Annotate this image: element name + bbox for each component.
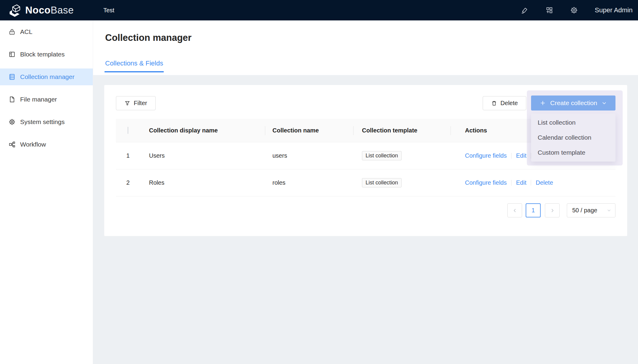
- configure-fields-link[interactable]: Configure fields: [465, 152, 507, 159]
- template-tag: List collection: [362, 151, 402, 160]
- menu-item-list-collection[interactable]: List collection: [531, 115, 615, 130]
- sidebar-item-acl[interactable]: ACL: [0, 23, 93, 40]
- row-index: 2: [116, 179, 140, 186]
- database-icon: [8, 73, 16, 80]
- action-divider: [531, 180, 531, 186]
- layout-icon: [8, 51, 16, 58]
- cell-collection-name: users: [265, 152, 353, 159]
- row-index: 1: [116, 152, 140, 159]
- logo-text-bold: Noco: [25, 5, 51, 16]
- filter-button-label: Filter: [134, 100, 147, 107]
- main-area: Collection manager Collections & Fields …: [93, 20, 638, 364]
- cell-actions: Configure fieldsEditDelete: [451, 179, 615, 186]
- workflow-icon: [8, 141, 16, 148]
- select-all-checkbox[interactable]: [128, 127, 128, 134]
- column-header: Collection display name: [140, 127, 265, 134]
- logo-text: NocoBase: [25, 5, 74, 16]
- chevron-down-icon: [607, 208, 611, 213]
- sidebar-item-file-manager[interactable]: File manager: [0, 91, 93, 108]
- sidebar-item-label: Block templates: [20, 51, 65, 58]
- sidebar-item-label: File manager: [20, 96, 57, 103]
- sidebar-item-collection-manager[interactable]: Collection manager: [0, 68, 93, 85]
- logo-text-light: Base: [51, 5, 74, 16]
- trash-icon: [491, 100, 497, 106]
- highlighter-icon[interactable]: [521, 6, 529, 14]
- plugin-manager-icon[interactable]: [545, 6, 553, 14]
- nav-menu-item-test[interactable]: Test: [103, 7, 114, 14]
- chevron-left-icon: [512, 208, 517, 213]
- plus-icon: [540, 100, 546, 106]
- page-number-1[interactable]: 1: [526, 203, 541, 217]
- header-checkbox-cell: [116, 127, 140, 134]
- column-header: Collection name: [265, 127, 353, 134]
- menu-item-calendar-collection[interactable]: Calendar collection: [531, 130, 615, 145]
- delete-button[interactable]: Delete: [483, 96, 526, 110]
- edit-link[interactable]: Edit: [516, 179, 526, 186]
- tab-collections-and-fields[interactable]: Collections & Fields: [105, 59, 164, 72]
- sidebar-item-label: System settings: [20, 118, 65, 126]
- filter-button[interactable]: Filter: [116, 96, 156, 110]
- navbar-right: Super Admin: [521, 6, 638, 14]
- table-row: 2 Roles roles List collection Configure …: [116, 169, 615, 196]
- nocobase-logo-icon: [8, 4, 22, 17]
- menu-item-custom-template[interactable]: Custom template: [531, 145, 615, 160]
- filter-icon: [124, 100, 130, 106]
- sidebar-item-label: Collection manager: [20, 73, 74, 80]
- create-collection-menu: List collection Calendar collection Cust…: [531, 114, 615, 162]
- file-icon: [8, 96, 16, 103]
- sidebar: ACL Block templates: [0, 20, 93, 364]
- page-size-select[interactable]: 50 / page: [567, 203, 615, 217]
- configure-fields-link[interactable]: Configure fields: [465, 179, 507, 186]
- delete-button-label: Delete: [500, 100, 518, 107]
- user-menu[interactable]: Super Admin: [595, 6, 633, 14]
- pagination: 1 50 / page: [507, 203, 615, 217]
- sidebar-item-label: Workflow: [20, 141, 46, 148]
- settings-icon[interactable]: [570, 6, 578, 14]
- chevron-right-icon: [550, 208, 555, 213]
- prev-page-button[interactable]: [507, 203, 522, 217]
- sidebar-item-system-settings[interactable]: System settings: [0, 114, 93, 130]
- action-divider: [511, 180, 512, 186]
- template-tag: List collection: [362, 178, 402, 187]
- page-size-value: 50 / page: [572, 207, 597, 214]
- delete-link[interactable]: Delete: [536, 179, 553, 186]
- cell-display-name: Roles: [140, 179, 265, 186]
- action-divider: [511, 153, 512, 159]
- create-collection-button[interactable]: Create collection: [531, 96, 615, 111]
- next-page-button[interactable]: [545, 203, 560, 217]
- gear-icon: [8, 118, 16, 126]
- cell-collection-name: roles: [265, 179, 353, 186]
- sidebar-item-block-templates[interactable]: Block templates: [0, 46, 93, 63]
- sidebar-item-workflow[interactable]: Workflow: [0, 136, 93, 153]
- nocobase-logo[interactable]: NocoBase: [0, 4, 93, 17]
- lock-icon: [8, 28, 16, 35]
- top-navbar: NocoBase Test: [0, 0, 638, 20]
- sidebar-item-label: ACL: [20, 28, 32, 35]
- edit-link[interactable]: Edit: [516, 152, 526, 159]
- cell-display-name: Users: [140, 152, 265, 159]
- create-collection-label: Create collection: [550, 99, 597, 107]
- app-root: NocoBase Test: [0, 0, 638, 364]
- page-title: Collection manager: [105, 32, 192, 43]
- column-header: Collection template: [353, 127, 451, 134]
- chevron-down-icon: [602, 101, 607, 106]
